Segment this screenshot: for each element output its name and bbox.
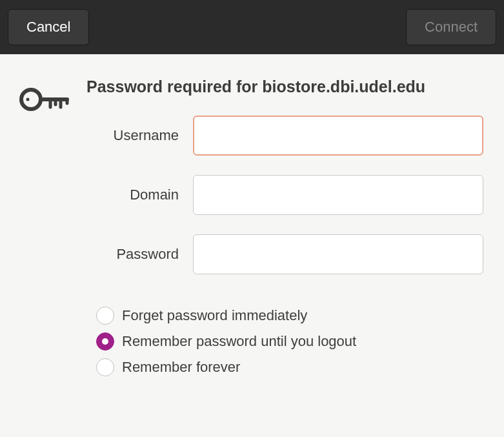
header-bar: Cancel Connect	[0, 0, 504, 54]
connect-button[interactable]: Connect	[406, 9, 496, 45]
key-icon	[19, 81, 70, 117]
icon-column	[15, 77, 86, 384]
radio-label: Remember password until you logout	[122, 333, 356, 350]
svg-point-1	[26, 98, 30, 101]
username-input[interactable]	[193, 116, 483, 156]
domain-row: Domain	[86, 175, 489, 215]
radio-icon	[96, 358, 114, 376]
radio-remember-forever[interactable]: Remember forever	[96, 358, 489, 376]
domain-label: Domain	[86, 187, 193, 203]
radio-icon	[96, 332, 114, 351]
radio-icon	[96, 307, 114, 325]
radio-label: Forget password immediately	[122, 307, 307, 324]
svg-point-0	[21, 90, 41, 109]
password-label: Password	[86, 246, 193, 263]
radio-label: Remember forever	[122, 359, 240, 376]
dialog-content: Password required for biostore.dbi.udel.…	[0, 54, 504, 400]
main-column: Password required for biostore.dbi.udel.…	[86, 77, 489, 384]
username-label: Username	[86, 127, 193, 144]
password-input[interactable]	[193, 234, 483, 274]
radio-forget-immediately[interactable]: Forget password immediately	[96, 307, 489, 325]
dialog-title: Password required for biostore.dbi.udel.…	[86, 77, 489, 96]
radio-remember-until-logout[interactable]: Remember password until you logout	[96, 332, 489, 351]
cancel-button[interactable]: Cancel	[8, 9, 89, 45]
domain-input[interactable]	[193, 175, 483, 215]
username-row: Username	[86, 116, 489, 156]
password-remember-group: Forget password immediately Remember pas…	[96, 307, 489, 376]
password-row: Password	[86, 234, 489, 274]
